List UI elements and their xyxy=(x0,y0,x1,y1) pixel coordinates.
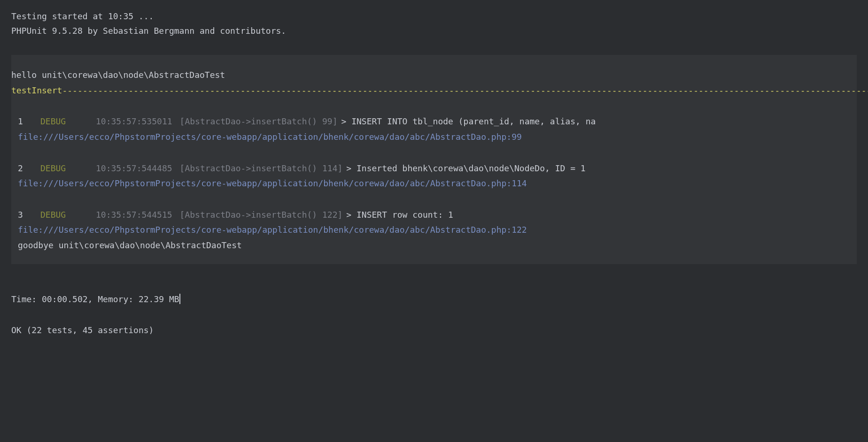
log-timestamp: 10:35:57:535011 xyxy=(96,114,172,129)
log-level: DEBUG xyxy=(40,114,96,129)
log-file-link[interactable]: file:///Users/ecco/PhpstormProjects/core… xyxy=(11,176,857,191)
log-message: > INSERT row count: 1 xyxy=(346,208,453,222)
log-num: 2 xyxy=(18,161,40,176)
log-message: > INSERT INTO tbl_node (parent_id, name,… xyxy=(341,114,596,129)
phpunit-version-line: PHPUnit 9.5.28 by Sebastian Bergmann and… xyxy=(11,24,857,38)
hello-line: hello unit\corewa\dao\node\AbstractDaoTe… xyxy=(11,68,857,83)
log-timestamp: 10:35:57:544515 xyxy=(96,208,172,222)
testing-started-line: Testing started at 10:35 ... xyxy=(11,9,857,24)
time-memory-line: Time: 00:00.502, Memory: 22.39 MB xyxy=(11,292,857,307)
log-num: 3 xyxy=(18,208,40,222)
log-timestamp: 10:35:57:544485 xyxy=(96,161,172,176)
log-block: hello unit\corewa\dao\node\AbstractDaoTe… xyxy=(11,55,857,264)
log-location: [AbstractDao->insertBatch() 99] xyxy=(180,114,338,129)
test-name: testInsert xyxy=(11,85,62,95)
log-entry: 3 DEBUG 10:35:57:544515 [AbstractDao->in… xyxy=(11,208,857,222)
log-level: DEBUG xyxy=(40,208,96,222)
footer-block: Time: 00:00.502, Memory: 22.39 MB OK (22… xyxy=(11,292,857,338)
log-entry: 2 DEBUG 10:35:57:544485 [AbstractDao->in… xyxy=(11,161,857,176)
test-name-line: testInsert------------------------------… xyxy=(11,84,857,98)
goodbye-line: goodbye unit\corewa\dao\node\AbstractDao… xyxy=(11,238,857,253)
test-name-dashes: ----------------------------------------… xyxy=(62,85,868,95)
log-entry: 1 DEBUG 10:35:57:535011 [AbstractDao->in… xyxy=(11,114,857,129)
log-file-link[interactable]: file:///Users/ecco/PhpstormProjects/core… xyxy=(11,130,857,145)
log-location: [AbstractDao->insertBatch() 122] xyxy=(180,208,343,222)
log-level: DEBUG xyxy=(40,161,96,176)
text-cursor xyxy=(179,294,180,304)
log-num: 1 xyxy=(18,114,40,129)
log-location: [AbstractDao->insertBatch() 114] xyxy=(180,161,343,176)
console-output: Testing started at 10:35 ... PHPUnit 9.5… xyxy=(11,9,857,338)
log-file-link[interactable]: file:///Users/ecco/PhpstormProjects/core… xyxy=(11,223,857,237)
ok-line: OK (22 tests, 45 assertions) xyxy=(11,323,857,338)
log-message: > Inserted bhenk\corewa\dao\node\NodeDo,… xyxy=(346,161,585,176)
